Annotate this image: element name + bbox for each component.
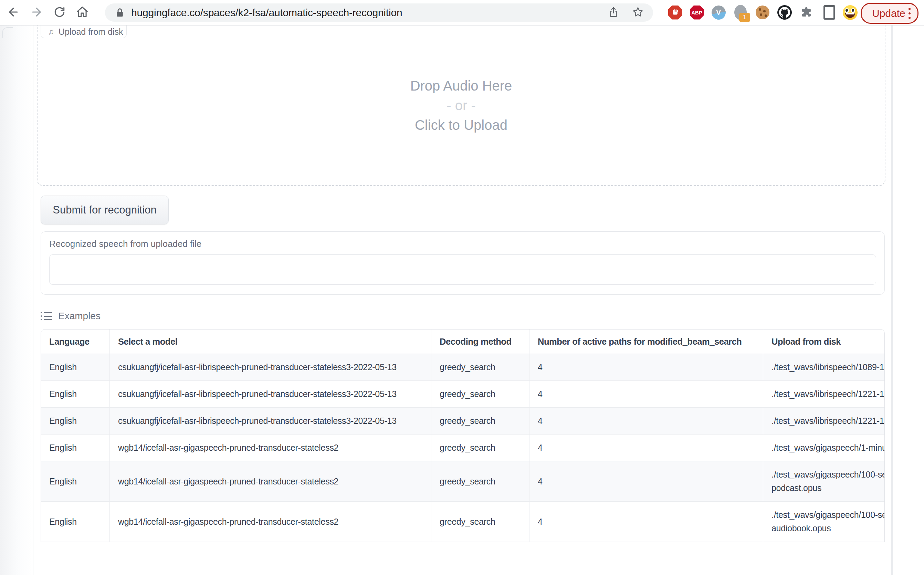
back-icon	[7, 5, 20, 20]
update-label: Update	[872, 8, 905, 19]
table-row[interactable]: Englishwgb14/icefall-asr-gigaspeech-prun…	[41, 461, 885, 502]
drop-text-line1: Drop Audio Here	[410, 79, 512, 93]
reload-button[interactable]	[50, 3, 69, 22]
table-cell[interactable]: English	[41, 502, 110, 542]
table-cell[interactable]: greedy_search	[431, 381, 529, 408]
table-row[interactable]: Englishcsukuangfj/icefall-asr-librispeec…	[41, 354, 885, 381]
github-extension-icon[interactable]	[777, 5, 792, 20]
sidebar-toggle-icon[interactable]	[821, 5, 837, 20]
back-button[interactable]	[4, 3, 23, 22]
table-cell[interactable]: English	[41, 354, 110, 381]
chrome-update-button[interactable]: Update	[860, 3, 919, 24]
left-divider	[33, 25, 33, 575]
table-cell[interactable]: English	[41, 461, 110, 502]
table-cell[interactable]: English	[41, 408, 110, 435]
smiley-extension-icon[interactable]	[842, 5, 858, 20]
forward-button[interactable]	[27, 3, 46, 22]
table-row[interactable]: Englishwgb14/icefall-asr-gigaspeech-prun…	[41, 435, 885, 461]
table-cell[interactable]: csukuangfj/icefall-asr-librispeech-prune…	[110, 408, 431, 435]
table-cell[interactable]: ./test_wavs/gigaspeech/1-minute-audioboo…	[763, 435, 885, 461]
extensions-puzzle-icon[interactable]	[799, 5, 814, 20]
smiley-icon	[843, 5, 857, 20]
table-cell[interactable]: greedy_search	[431, 354, 529, 381]
table-cell[interactable]: wgb14/icefall-asr-gigaspeech-pruned-tran…	[110, 435, 431, 461]
table-cell[interactable]: wgb14/icefall-asr-gigaspeech-pruned-tran…	[110, 461, 431, 502]
table-cell[interactable]: greedy_search	[431, 435, 529, 461]
examples-list-icon	[41, 312, 52, 320]
examples-table: LanguageSelect a modelDecoding methodNum…	[41, 329, 885, 542]
output-label: Recognized speech from uploaded file	[49, 238, 876, 249]
v-extension-icon[interactable]: V	[711, 5, 726, 20]
left-gutter	[0, 25, 33, 575]
recognized-speech-output[interactable]	[49, 254, 876, 285]
music-note-icon: ♫	[48, 27, 54, 36]
puzzle-icon	[800, 6, 813, 19]
table-cell[interactable]: csukuangfj/icefall-asr-librispeech-prune…	[110, 354, 431, 381]
notification-badge: 1	[739, 13, 750, 22]
drop-text-line3: Click to Upload	[415, 118, 508, 132]
table-cell[interactable]: ./test_wavs/librispeech/1221-135766-0002…	[763, 408, 885, 435]
table-cell[interactable]: ./test_wavs/librispeech/1089-134686-0001…	[763, 354, 885, 381]
column-header: Select a model	[110, 329, 431, 354]
table-cell[interactable]: English	[41, 435, 110, 461]
table-cell[interactable]: 4	[529, 461, 763, 502]
reload-icon	[53, 5, 66, 20]
share-icon[interactable]	[608, 6, 619, 19]
abp-extension-icon[interactable]: ABP	[689, 5, 705, 20]
table-cell[interactable]: 4	[529, 354, 763, 381]
column-header: Language	[41, 329, 110, 354]
v-label: V	[711, 5, 726, 20]
table-cell[interactable]: csukuangfj/icefall-asr-librispeech-prune…	[110, 381, 431, 408]
cookie-icon	[756, 5, 769, 19]
tab-upload-from-disk[interactable]: ♫ Upload from disk	[41, 25, 127, 38]
profile-blob-icon: 1	[734, 5, 747, 20]
url-text[interactable]: huggingface.co/spaces/k2-fsa/automatic-s…	[131, 7, 402, 19]
rectangle-icon	[824, 5, 835, 20]
audio-dropzone[interactable]: Drop Audio Here - or - Click to Upload	[37, 25, 886, 186]
output-card: Recognized speech from uploaded file	[41, 231, 885, 295]
profile-extension-icon[interactable]: 1	[733, 5, 748, 20]
examples-header: Examples	[41, 311, 100, 322]
submit-for-recognition-button[interactable]: Submit for recognition	[41, 195, 169, 224]
browser-toolbar: huggingface.co/spaces/k2-fsa/automatic-s…	[0, 0, 924, 25]
card-corner	[2, 27, 13, 38]
table-row[interactable]: Englishcsukuangfj/icefall-asr-librispeec…	[41, 381, 885, 408]
table-cell[interactable]: 4	[529, 502, 763, 542]
table-cell[interactable]: English	[41, 381, 110, 408]
table-cell[interactable]: ./test_wavs/gigaspeech/100-seconds-audio…	[763, 502, 885, 542]
column-header: Upload from disk	[763, 329, 885, 354]
column-header: Decoding method	[431, 329, 529, 354]
lock-icon	[114, 8, 125, 18]
column-header: Number of active paths for modified_beam…	[529, 329, 763, 354]
table-row[interactable]: Englishwgb14/icefall-asr-gigaspeech-prun…	[41, 502, 885, 542]
table-row[interactable]: Englishcsukuangfj/icefall-asr-librispeec…	[41, 408, 885, 435]
table-cell[interactable]: wgb14/icefall-asr-gigaspeech-pruned-tran…	[110, 502, 431, 542]
page-content: Drop Audio Here - or - Click to Upload ♫…	[0, 25, 924, 575]
table-header-row: LanguageSelect a modelDecoding methodNum…	[41, 329, 885, 354]
github-icon	[777, 5, 792, 20]
table-body: Englishcsukuangfj/icefall-asr-librispeec…	[41, 354, 885, 542]
table-cell[interactable]: ./test_wavs/gigaspeech/100-seconds-podca…	[763, 461, 885, 502]
menu-dots-icon[interactable]	[908, 8, 911, 19]
tab-label: Upload from disk	[59, 27, 123, 37]
abp-label: ABP	[690, 5, 704, 20]
table-cell[interactable]: greedy_search	[431, 408, 529, 435]
home-icon	[76, 5, 89, 20]
table-cell[interactable]: greedy_search	[431, 502, 529, 542]
hand-icon	[668, 5, 682, 20]
table-cell[interactable]: greedy_search	[431, 461, 529, 502]
forward-icon	[30, 5, 43, 20]
table-cell[interactable]: 4	[529, 435, 763, 461]
right-divider[interactable]	[891, 25, 893, 575]
ublock-extension-icon[interactable]	[667, 5, 683, 20]
table-cell[interactable]: 4	[529, 381, 763, 408]
examples-label: Examples	[58, 311, 100, 322]
drop-text-line2: - or -	[446, 98, 475, 112]
address-bar[interactable]: huggingface.co/spaces/k2-fsa/automatic-s…	[105, 3, 653, 22]
table-cell[interactable]: ./test_wavs/librispeech/1221-135766-0001…	[763, 381, 885, 408]
home-button[interactable]	[73, 3, 92, 22]
cookie-extension-icon[interactable]	[755, 5, 770, 20]
bookmark-star-icon[interactable]	[632, 6, 644, 20]
table-cell[interactable]: 4	[529, 408, 763, 435]
